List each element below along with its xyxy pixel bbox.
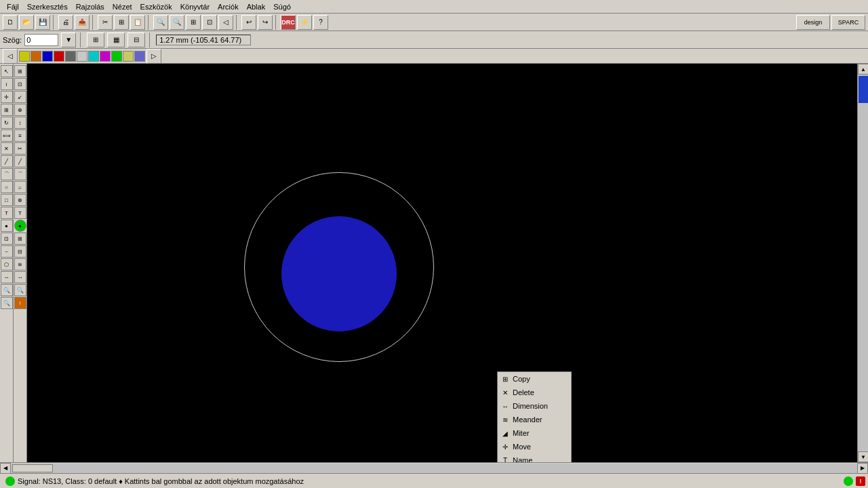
menu-ablak[interactable]: Ablak: [243, 1, 270, 12]
menu-nezet[interactable]: Nézet: [108, 1, 136, 12]
layer-prev[interactable]: ◁: [3, 49, 18, 64]
scroll-left-button[interactable]: ◀: [0, 463, 11, 474]
lt2-4[interactable]: ⊕: [14, 104, 26, 116]
lt-copy[interactable]: ⊞: [1, 104, 13, 116]
ctx-delete[interactable]: ✕ Delete: [498, 386, 571, 399]
layer-color-7[interactable]: [88, 51, 99, 62]
canvas-area[interactable]: ⊞ Copy ✕ Delete ↔ Dimension ≋ Meander ◢ …: [27, 64, 857, 462]
lt-dimension[interactable]: ↔: [1, 271, 13, 283]
layer-color-4[interactable]: [54, 51, 64, 62]
menu-szerkesztes[interactable]: Szerkesztés: [23, 1, 72, 12]
lt2-3[interactable]: ↙: [14, 91, 26, 103]
lt2-9[interactable]: ⌒: [14, 168, 26, 180]
lt2-2[interactable]: ⊡: [14, 78, 26, 90]
scroll-thumb-horizontal[interactable]: [12, 464, 53, 472]
lt-draw-circle[interactable]: ○: [1, 181, 13, 193]
layer-color-10[interactable]: [123, 51, 134, 62]
grid-toggle1[interactable]: ⊞: [87, 33, 104, 47]
scroll-right-button[interactable]: ▶: [857, 463, 868, 474]
lt-draw-rect[interactable]: □: [1, 194, 13, 206]
lt-mirror[interactable]: ⟺: [1, 129, 13, 142]
lt2-11[interactable]: ⊗: [14, 194, 26, 206]
cut-button[interactable]: ✂: [98, 15, 113, 30]
ctx-dimension[interactable]: ↔ Dimension: [498, 399, 571, 413]
paste-button[interactable]: 📋: [130, 15, 145, 30]
lt2-19[interactable]: !: [14, 297, 26, 309]
zoom-in-button[interactable]: 🔍: [153, 15, 168, 30]
menu-eszkozok[interactable]: Eszközök: [136, 1, 176, 12]
lt-delete[interactable]: ✕: [1, 142, 13, 155]
layer-color-8[interactable]: [100, 51, 111, 62]
drc-button[interactable]: DRC: [281, 15, 296, 30]
menu-konyvtar[interactable]: Könyvtár: [176, 1, 214, 12]
menu-fajl[interactable]: Fájl: [3, 1, 23, 12]
lt2-16[interactable]: ≋: [14, 258, 26, 270]
lt2-15[interactable]: ⊟: [14, 245, 26, 258]
scroll-down-button[interactable]: ▼: [858, 451, 868, 462]
lt2-6[interactable]: ≡: [14, 129, 26, 142]
layer-color-11[interactable]: [134, 51, 145, 62]
lt2-8[interactable]: ╱: [14, 155, 26, 167]
save-button[interactable]: 💾: [35, 15, 50, 30]
layer-color-9[interactable]: [111, 51, 122, 62]
ctx-copy[interactable]: ⊞ Copy: [498, 372, 571, 386]
scroll-thumb-vertical[interactable]: [859, 76, 868, 103]
ctx-miter[interactable]: ◢ Miter: [498, 426, 571, 440]
zoom-prev-button[interactable]: ◁: [218, 15, 233, 30]
ctx-name[interactable]: T Name: [498, 453, 571, 462]
lt2-10[interactable]: ⌕: [14, 181, 26, 193]
angle-dropdown[interactable]: ▼: [61, 33, 76, 47]
new-button[interactable]: 🗋: [3, 15, 18, 30]
lt-rotate[interactable]: ↻: [1, 117, 13, 129]
layer-color-1[interactable]: [19, 51, 30, 62]
design-link-btn[interactable]: design: [796, 15, 830, 30]
scroll-up-button[interactable]: ▲: [858, 64, 868, 75]
lt2-7[interactable]: ✂: [14, 142, 26, 155]
lt-pad[interactable]: ⊡: [1, 232, 13, 245]
zoom-window-button[interactable]: ⊡: [202, 15, 217, 30]
lt-route[interactable]: ~: [1, 245, 13, 258]
zoom-fit-button[interactable]: ⊞: [186, 15, 201, 30]
ctx-move[interactable]: ✛ Move: [498, 440, 571, 453]
menu-sugo[interactable]: Súgó: [269, 1, 295, 12]
layer-next[interactable]: ▷: [146, 49, 161, 64]
layer-color-6[interactable]: [77, 51, 87, 62]
lt2-18[interactable]: 🔍: [14, 284, 26, 296]
help-button[interactable]: ?: [313, 15, 328, 30]
undo-button[interactable]: ↩: [241, 15, 256, 30]
lt2-5[interactable]: ↕: [14, 117, 26, 129]
lt-select[interactable]: ↖: [1, 65, 13, 77]
angle-input[interactable]: [24, 34, 58, 46]
lt-draw-arc[interactable]: ⌒: [1, 168, 13, 180]
lt-zoom-out[interactable]: 🔍: [1, 297, 13, 309]
lt2-17[interactable]: ↔: [14, 271, 26, 283]
lt2-14[interactable]: ⊞: [14, 232, 26, 245]
layer-color-2[interactable]: [31, 51, 41, 62]
lt2-12[interactable]: T: [14, 207, 26, 219]
lt-draw-line[interactable]: ╱: [1, 155, 13, 167]
lt-move[interactable]: ✛: [1, 91, 13, 103]
print-button[interactable]: 🖨: [58, 15, 73, 30]
lt-info[interactable]: i: [1, 78, 13, 90]
scroll-track-horizontal[interactable]: [11, 464, 857, 473]
grid-toggle3[interactable]: ⊟: [127, 33, 145, 47]
redo-button[interactable]: ↪: [258, 15, 273, 30]
layer-color-5[interactable]: [65, 51, 76, 62]
open-button[interactable]: 📂: [19, 15, 34, 30]
lt-polygon[interactable]: ⬡: [1, 258, 13, 270]
lt2-13[interactable]: ●: [14, 220, 26, 232]
layer-color-3[interactable]: [42, 51, 53, 62]
ctx-meander[interactable]: ≋ Meander: [498, 413, 571, 426]
copy-button[interactable]: ⊞: [114, 15, 129, 30]
erc-button[interactable]: ⚡: [297, 15, 312, 30]
lt2-1[interactable]: ⊞: [14, 65, 26, 77]
lt-via[interactable]: ●: [1, 220, 13, 232]
sparc-btn[interactable]: SPARC: [831, 15, 865, 30]
lt-zoom-in[interactable]: 🔍: [1, 284, 13, 296]
scroll-track-vertical[interactable]: [858, 75, 868, 451]
lt-text[interactable]: T: [1, 207, 13, 219]
grid-toggle2[interactable]: ▦: [107, 33, 125, 47]
menu-arciok[interactable]: Arciók: [214, 1, 243, 12]
menu-rajzolas[interactable]: Rajzolás: [72, 1, 108, 12]
zoom-out-button[interactable]: 🔍: [170, 15, 184, 30]
